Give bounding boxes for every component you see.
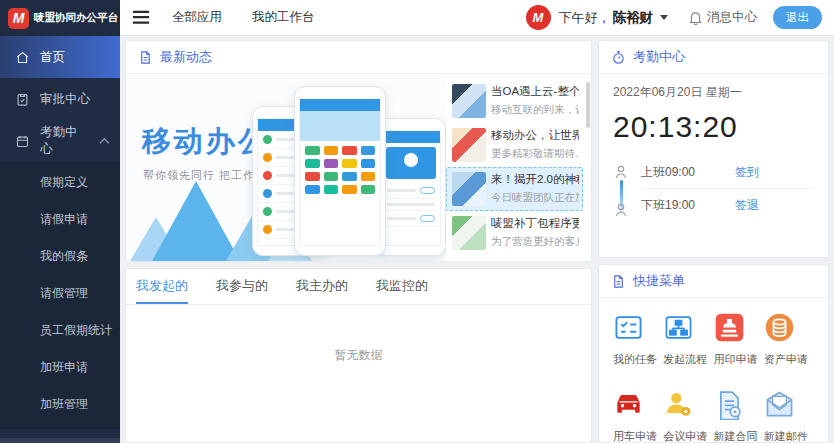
mail-icon [764, 389, 795, 420]
checkout-row: 下班19:00 签退 [641, 189, 814, 222]
sidebar-subitem-holiday-definition[interactable]: 假期定义 [0, 164, 120, 201]
sidebar-subitem-leave-management[interactable]: 请假管理 [0, 275, 120, 312]
brand-area: M 唛盟协同办公平台 [0, 0, 120, 36]
quick-item-start-workflow[interactable]: 发起流程 [663, 312, 713, 367]
tasks-panel: 我发起的 我参与的 我主办的 我监控的 暂无数据 [125, 268, 592, 443]
person-icon [613, 164, 629, 180]
quick-item-label: 我的任务 [613, 352, 663, 367]
quick-item-label: 会议申请 [663, 429, 713, 443]
promo-banner[interactable]: 移动办公 帮你领先同行 把工作带出办公室 [126, 74, 446, 261]
news-thumbnail [452, 172, 486, 206]
phone-mockup-right [376, 118, 446, 256]
stamp-icon [714, 312, 745, 343]
quick-item-vehicle-request[interactable]: 用车申请 [613, 389, 663, 443]
car-icon [613, 389, 644, 420]
hamburger-menu-icon[interactable] [132, 10, 150, 24]
attendance-body: 2022年06月20日 星期一 20:13:20 上班09:00 签到 下班19… [599, 74, 828, 232]
quick-item-asset-request[interactable]: 资产申请 [764, 312, 814, 367]
quick-item-new-mail[interactable]: 新建邮件 [764, 389, 814, 443]
user-avatar[interactable]: M [526, 5, 551, 30]
person-icon [613, 202, 629, 218]
attendance-submenu: 假期定义 请假申请 我的假条 请假管理 员工假期统计 加班申请 加班管理 [0, 162, 120, 429]
news-item-desc: 今日唛盟团队正在加班加点， [491, 191, 579, 205]
panel-title: 最新动态 [160, 48, 212, 66]
news-item[interactable]: 当OA遇上云-整个协同OA 移动互联的到来，让OA与云 [446, 79, 583, 123]
app-icon-grid [300, 141, 380, 199]
chevron-up-icon [99, 137, 110, 145]
horizontal-scrollbar[interactable] [0, 438, 120, 443]
news-item[interactable]: 移动办公，让世界触手可 更多精彩敬请期待........ [446, 123, 583, 167]
sidebar: 首页 审批中心 考勤中心 假期定义 请假申请 我的假条 请假管理 员工假期统计 … [0, 36, 120, 443]
news-item-title: 当OA遇上云-整个协同OA [491, 84, 579, 99]
calendar-icon [15, 134, 30, 149]
caret-down-icon [660, 15, 668, 20]
nav-item-my-workspace[interactable]: 我的工作台 [252, 9, 315, 26]
person-gear-icon [663, 389, 694, 420]
logout-button[interactable]: 退出 [773, 6, 822, 29]
checkin-action-link[interactable]: 签到 [735, 164, 759, 181]
quick-item-seal-request[interactable]: 用印申请 [714, 312, 764, 367]
clipboard-check-icon [15, 92, 30, 107]
checkout-action-link[interactable]: 签退 [735, 197, 759, 214]
panel-title: 快捷菜单 [633, 272, 685, 290]
news-thumbnail [452, 84, 486, 118]
checkout-label: 下班19:00 [641, 197, 695, 214]
news-item-title: 来！揭开2.0的神秘面纱- [491, 172, 579, 187]
sidebar-subitem-leave-request[interactable]: 请假申请 [0, 201, 120, 238]
attendance-panel-header: 考勤中心 [599, 41, 828, 74]
sidebar-subitem-overtime-request[interactable]: 加班申请 [0, 349, 120, 386]
quick-item-my-tasks[interactable]: 我的任务 [613, 312, 663, 367]
checklist-icon [613, 312, 644, 343]
bell-icon [688, 10, 703, 25]
greeting-text: 下午好， [559, 9, 611, 27]
quick-item-label: 新建邮件 [764, 429, 814, 443]
main-content: 最新动态 移动办公 帮你领先同行 把工作带出办公室 [120, 36, 834, 443]
right-column: 考勤中心 2022年06月20日 星期一 20:13:20 上班09:00 签到 [598, 40, 829, 443]
news-item-title: 移动办公，让世界触手可 [491, 128, 579, 143]
news-thumbnail [452, 216, 486, 250]
sidebar-item-label: 审批中心 [40, 91, 90, 108]
news-item-title: 唛盟补丁包程序更新 [491, 216, 579, 231]
tab-participated-by-me[interactable]: 我参与的 [216, 269, 268, 304]
stopwatch-icon [611, 50, 626, 65]
news-scrollbar[interactable] [586, 82, 590, 128]
news-item-selected[interactable]: 来！揭开2.0的神秘面纱- 今日唛盟团队正在加班加点， [446, 167, 583, 211]
quick-item-label: 新建合同 [714, 429, 764, 443]
quick-item-meeting-request[interactable]: 会议申请 [663, 389, 713, 443]
quick-item-new-contract[interactable]: 新建合同 [714, 389, 764, 443]
document-icon [138, 50, 153, 65]
news-item-desc: 更多精彩敬请期待........ [491, 147, 579, 161]
tab-monitored-by-me[interactable]: 我监控的 [376, 269, 428, 304]
document-icon [611, 274, 626, 289]
quick-menu-grid: 我的任务 发起流程 用印申请 资产申请 [599, 298, 828, 443]
sidebar-item-approval-center[interactable]: 审批中心 [0, 78, 120, 120]
messages-link[interactable]: 消息中心 [688, 9, 757, 26]
sidebar-subitem-my-leave-notes[interactable]: 我的假条 [0, 238, 120, 275]
news-item[interactable]: 唛盟补丁包程序更新 为了营造更好的客户体验，唛 [446, 211, 583, 255]
news-body: 移动办公 帮你领先同行 把工作带出办公室 [126, 74, 591, 261]
sidebar-item-home[interactable]: 首页 [0, 36, 120, 78]
sidebar-subitem-overtime-management[interactable]: 加班管理 [0, 386, 120, 423]
tab-initiated-by-me[interactable]: 我发起的 [136, 269, 188, 304]
news-thumbnail [452, 128, 486, 162]
news-item-desc: 移动互联的到来，让OA与云 [491, 103, 579, 117]
tab-hosted-by-me[interactable]: 我主办的 [296, 269, 348, 304]
phone-mockup-center [294, 86, 386, 256]
attendance-timeline: 上班09:00 签到 下班19:00 签退 [613, 156, 814, 222]
contract-icon [714, 389, 745, 420]
sidebar-subitem-employee-leave-stats[interactable]: 员工假期统计 [0, 312, 120, 349]
sidebar-item-attendance-center[interactable]: 考勤中心 [0, 120, 120, 162]
news-panel-header: 最新动态 [126, 41, 591, 74]
panel-title: 考勤中心 [633, 48, 685, 66]
app-logo-icon: M [8, 8, 29, 29]
quick-menu-header: 快捷菜单 [599, 265, 828, 298]
attendance-clock: 20:13:20 [613, 110, 814, 144]
username: 陈裕财 [613, 9, 654, 27]
user-menu[interactable]: 下午好， 陈裕财 [559, 9, 669, 27]
nav-item-all-apps[interactable]: 全部应用 [172, 9, 222, 26]
left-column: 最新动态 移动办公 帮你领先同行 把工作带出办公室 [125, 40, 592, 443]
tasks-tabbar: 我发起的 我参与的 我主办的 我监控的 [126, 269, 591, 305]
messages-label: 消息中心 [707, 9, 757, 26]
checkin-row: 上班09:00 签到 [641, 156, 814, 189]
header-bar: 全部应用 我的工作台 M 下午好， 陈裕财 消息中心 退出 [120, 0, 834, 36]
